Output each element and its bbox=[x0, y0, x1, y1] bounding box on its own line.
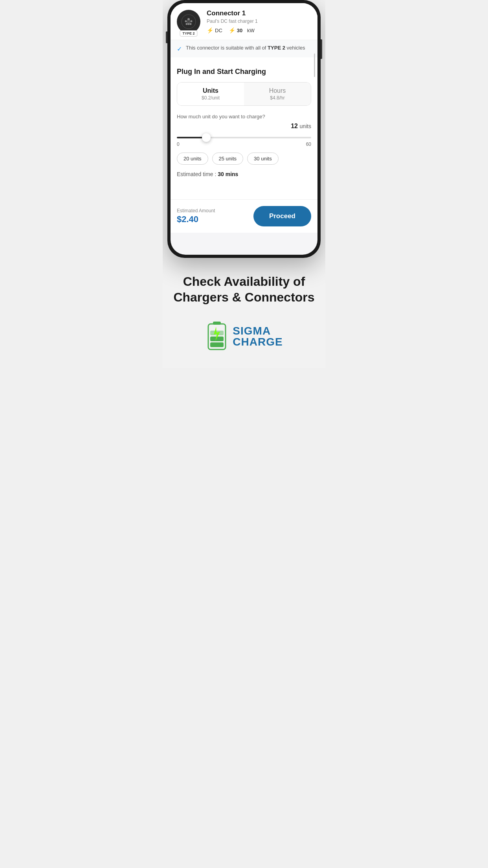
tab-units-label: Units bbox=[182, 87, 239, 94]
compat-suffix: vehicles bbox=[285, 45, 305, 51]
scroll-indicator bbox=[314, 53, 315, 77]
tab-hours-price: $4.8/hr bbox=[249, 95, 306, 101]
compatibility-text: This connector is suitable with all of T… bbox=[186, 45, 305, 51]
bottom-bar: Estimated Amount $2.40 Proceed bbox=[171, 199, 317, 233]
compat-prefix: This connector is suitable with all of bbox=[186, 45, 268, 51]
amount-label: Estimated Amount bbox=[177, 208, 215, 213]
type-badge: TYPE 2 bbox=[180, 30, 197, 37]
slider-labels: 0 60 bbox=[177, 142, 311, 147]
page-content: Check Availability of Chargers & Connect… bbox=[163, 258, 325, 368]
dc-label: DC bbox=[215, 28, 222, 33]
slider-min: 0 bbox=[177, 142, 180, 147]
brand-text: SIGMA CHARGE bbox=[233, 326, 283, 348]
units-question: How much unit do you want to charge? bbox=[177, 114, 311, 120]
heading-line2: Chargers & Connectors bbox=[173, 290, 314, 304]
svg-point-7 bbox=[187, 20, 190, 23]
units-value: 12 bbox=[291, 123, 298, 129]
power-value: 30 bbox=[237, 28, 242, 33]
connector-svg bbox=[181, 14, 196, 29]
quick-btn-30[interactable]: 30 units bbox=[247, 153, 279, 165]
slider-max: 60 bbox=[306, 142, 311, 147]
connector-card: TYPE 2 Connector 1 Paul's DC fast charge… bbox=[171, 3, 317, 40]
lightning-icon: ⚡ bbox=[229, 27, 235, 33]
amount-value: $2.40 bbox=[177, 214, 215, 224]
tab-units[interactable]: Units $0.2/unit bbox=[177, 83, 244, 105]
dc-spec: ⚡ DC bbox=[207, 27, 222, 33]
check-icon: ✓ bbox=[177, 45, 182, 53]
svg-point-3 bbox=[191, 20, 193, 22]
quick-select: 20 units 25 units 30 units bbox=[177, 153, 311, 165]
connector-name: Connector 1 bbox=[207, 9, 311, 17]
tab-units-price: $0.2/unit bbox=[182, 95, 239, 101]
connector-subtitle: Paul's DC fast charger 1 bbox=[207, 18, 311, 24]
power-unit: kW bbox=[247, 28, 255, 33]
slider-container bbox=[177, 133, 311, 140]
page-wrapper: TYPE 2 Connector 1 Paul's DC fast charge… bbox=[163, 0, 325, 368]
tab-hours[interactable]: Hours $4.8/hr bbox=[244, 83, 311, 105]
battery-logo-svg bbox=[205, 321, 229, 352]
units-label: units bbox=[299, 123, 311, 129]
est-time-value: 30 mins bbox=[218, 171, 238, 177]
main-heading: Check Availability of Chargers & Connect… bbox=[171, 274, 317, 305]
proceed-button[interactable]: Proceed bbox=[253, 206, 311, 226]
dc-icon: ⚡ bbox=[207, 27, 213, 33]
svg-rect-9 bbox=[213, 322, 221, 325]
estimated-time: Estimated time : 30 mins bbox=[177, 171, 311, 177]
units-display: 12 units bbox=[177, 123, 311, 130]
svg-point-4 bbox=[186, 23, 188, 25]
brand-charge: CHARGE bbox=[233, 337, 283, 348]
tab-hours-label: Hours bbox=[249, 87, 306, 94]
svg-point-2 bbox=[185, 20, 187, 22]
connector-specs: ⚡ DC ⚡ 30 kW bbox=[207, 27, 311, 33]
svg-point-5 bbox=[190, 23, 192, 25]
phone-screen: TYPE 2 Connector 1 Paul's DC fast charge… bbox=[171, 3, 317, 255]
brand-sigma: SIGMA bbox=[233, 326, 283, 337]
power-spec: ⚡ 30 kW bbox=[229, 27, 255, 33]
section-title: Plug In and Start Charging bbox=[177, 68, 311, 76]
charging-tabs: Units $0.2/unit Hours $4.8/hr bbox=[177, 82, 311, 106]
units-slider[interactable] bbox=[177, 137, 311, 138]
est-time-label: Estimated time : bbox=[177, 171, 218, 177]
svg-rect-10 bbox=[210, 342, 224, 347]
amount-section: Estimated Amount $2.40 bbox=[177, 208, 215, 224]
screen-content: TYPE 2 Connector 1 Paul's DC fast charge… bbox=[171, 3, 317, 233]
charging-section: Plug In and Start Charging Units $0.2/un… bbox=[171, 61, 317, 184]
compat-highlight: TYPE 2 bbox=[268, 45, 285, 51]
connector-icon-wrapper: TYPE 2 bbox=[177, 10, 200, 33]
heading-line1: Check Availability of bbox=[183, 274, 305, 289]
quick-btn-25[interactable]: 25 units bbox=[212, 153, 244, 165]
connector-icon bbox=[177, 10, 200, 33]
quick-btn-20[interactable]: 20 units bbox=[177, 153, 208, 165]
compatibility-notice: ✓ This connector is suitable with all of… bbox=[171, 40, 317, 57]
logo-section: SIGMA CHARGE bbox=[171, 321, 317, 352]
connector-info: Connector 1 Paul's DC fast charger 1 ⚡ D… bbox=[207, 9, 311, 33]
phone-mockup: TYPE 2 Connector 1 Paul's DC fast charge… bbox=[167, 0, 321, 258]
